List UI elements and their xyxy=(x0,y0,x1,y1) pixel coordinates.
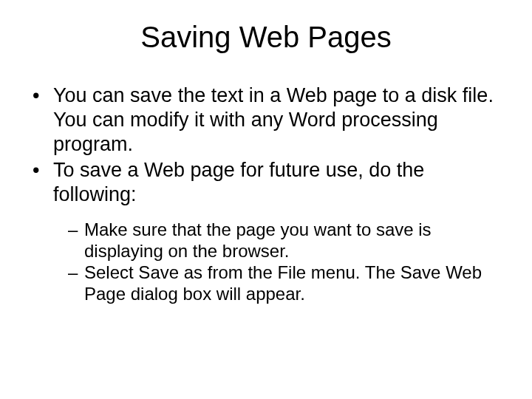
bullet-item: You can save the text in a Web page to a… xyxy=(33,83,502,157)
bullet-list: You can save the text in a Web page to a… xyxy=(22,83,510,305)
slide-title: Saving Web Pages xyxy=(22,21,510,54)
sub-bullet-list: Make sure that the page you want to save… xyxy=(53,219,502,305)
slide: Saving Web Pages You can save the text i… xyxy=(0,0,532,399)
bullet-text: To save a Web page for future use, do th… xyxy=(53,159,424,205)
sub-bullet-text: Make sure that the page you want to save… xyxy=(84,219,432,261)
bullet-text: You can save the text in a Web page to a… xyxy=(53,84,494,155)
sub-bullet-item: Select Save as from the File menu. The S… xyxy=(68,262,502,305)
sub-bullet-text: Select Save as from the File menu. The S… xyxy=(84,262,482,304)
sub-bullet-item: Make sure that the page you want to save… xyxy=(68,219,502,262)
bullet-item: To save a Web page for future use, do th… xyxy=(33,158,502,305)
